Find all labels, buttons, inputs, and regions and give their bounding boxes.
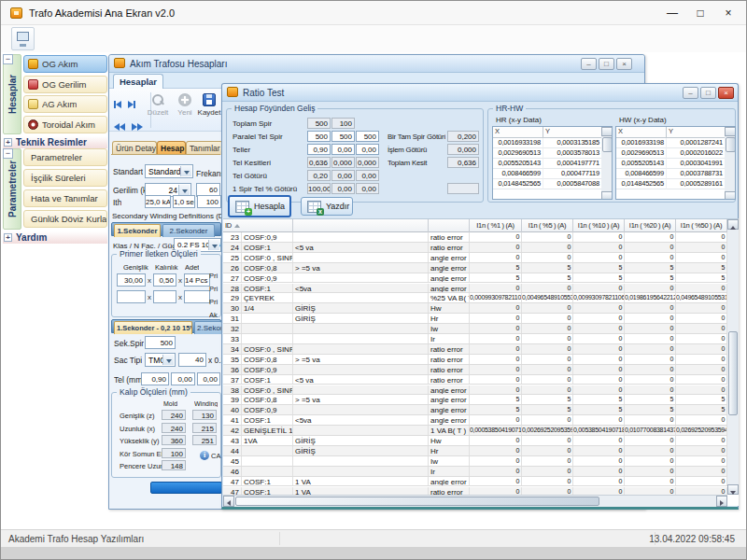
hw-x-value[interactable]: 0,0148452565 [616,179,666,189]
grid-cell[interactable]: 5 [470,263,522,273]
field-1-spir-tel-g-t-r-1[interactable]: 0,00 [331,183,355,194]
grid-cell[interactable]: 0 [522,477,573,486]
grid-cell[interactable]: Hr [429,314,470,323]
grid-cell[interactable]: 0 [522,487,573,496]
primer-adet-field[interactable]: 14 Pcs [184,273,210,287]
grid-cell[interactable]: 0 [676,375,727,385]
grid-cell[interactable]: 0 [522,415,573,425]
table-row[interactable]: 27COSF:0,9angle error55555 [223,273,727,284]
row-id-cell[interactable]: 34 [223,344,242,354]
calc-action-button[interactable] [150,482,222,494]
grid-cell[interactable]: 0 [625,253,676,262]
grid-cell[interactable]: 1/4 [242,303,293,313]
grid-cell[interactable]: 0 [625,243,676,252]
grid-cell[interactable]: 0,01077008381437 [625,426,676,435]
field-paralel-tel-spir-2[interactable]: 500 [356,131,379,142]
hw-y-value[interactable]: 0,0001287241 [666,138,725,148]
table-row[interactable]: 34COSF:0 , SINFI:1ratio error00000 [223,344,727,355]
grid-cell[interactable]: ÇEYREK [242,293,293,302]
row-id-cell[interactable]: 24 [223,243,242,252]
grid-cell[interactable]: angle error [429,405,470,414]
kalip-winding-field[interactable]: 251 [192,435,217,445]
grid-cell[interactable]: > =5 va [293,355,429,364]
table-row[interactable]: 431VAGİRİŞHw00000 [223,436,727,446]
row-id-cell[interactable]: 47 [223,487,242,496]
grid-cell[interactable]: 0 [573,334,625,343]
sekspir-field[interactable]: 500 [145,336,176,349]
row-id-cell[interactable]: 28 [223,284,242,293]
grid-cell[interactable]: 0,00269252095359 [522,426,573,435]
hw-x-value[interactable]: 0,0055205143 [616,159,666,169]
grid-cell[interactable]: 5 [573,395,625,404]
hr-x-value[interactable]: 0,0148452565 [493,179,543,189]
grid-cell[interactable]: 5 [522,263,573,273]
grid-cell[interactable]: 0 [470,243,522,252]
table-row[interactable]: 29ÇEYREK%25 VA B( T )0,000993097821100,0… [223,293,727,303]
grid-cell[interactable]: ratio error [429,487,470,496]
grid-cell[interactable]: 0 [522,324,573,333]
grid-cell[interactable]: 0 [470,365,522,374]
grid-cell[interactable]: COSF:0 , SINFI:1 [242,385,293,395]
scrollbar-thumb[interactable] [728,331,738,415]
grid-header-blank[interactable] [429,219,470,232]
row-id-cell[interactable]: 39 [223,395,242,404]
primer-genislik-field[interactable]: 30,00 [117,273,146,287]
field-tel-g-t-r-0[interactable]: 0,20 [307,170,331,181]
sactipi-select[interactable]: TMOH [145,353,176,367]
collapse-icon[interactable]: − [3,54,13,64]
grid-cell[interactable]: 5 [676,263,727,273]
grid-cell[interactable]: 0 [676,446,727,455]
grid-header-i1n-1-a[interactable]: I1n ( %1 ) (A) [470,219,522,232]
grid-cell[interactable]: <5va [293,415,429,425]
grid-cell[interactable]: 0 [470,253,522,262]
grid-cell[interactable]: 0 [522,467,573,476]
grid-cell[interactable]: 0,00538504190718 [573,426,625,435]
grid-cell[interactable]: 5 [573,273,625,283]
grid-cell[interactable]: ratio error [429,243,470,252]
grid-cell[interactable]: 0 [676,436,727,445]
grid-cell[interactable]: 5 [470,395,522,404]
grid-cell[interactable]: COSF:0 , SINFI:1 [242,253,293,262]
table-row[interactable]: 28COSF:1<5vaangle error00000 [223,284,727,294]
grid-cell[interactable] [242,446,293,455]
kalip-mold-field[interactable]: 148 [162,460,186,470]
field-paralel-tel-spir-1[interactable]: 500 [331,131,355,142]
table-row[interactable]: 36COSF:0,9ratio error00000 [223,365,727,375]
kalip-winding-field[interactable]: 130 [192,410,217,420]
chevron-down-icon[interactable] [178,185,190,195]
sidebar-item-hata-ve-tan-mlar[interactable]: Hata ve Tanımlar [23,189,107,207]
grid-cell[interactable]: 0 [522,436,573,445]
sidebar-header-teknik-resimler[interactable]: + Teknik Resimler [3,136,107,148]
table-row[interactable]: 42GENİŞLETİL 1VA1 VA B( T )0,00053850419… [223,426,727,436]
expand-icon[interactable]: + [4,138,12,147]
kalip-mold-field[interactable]: 240 [162,410,186,420]
sidebar-item-ag-ak-m[interactable]: AG Akım [23,95,107,113]
grid-cell[interactable]: 0 [470,436,522,445]
grid-cell[interactable] [293,293,429,302]
grid-cell[interactable]: ratio error [429,375,470,385]
grid-cell[interactable]: 0 [573,385,625,395]
hr-x-value[interactable]: 0,0055205143 [493,159,543,169]
grid-cell[interactable]: 0 [676,334,727,343]
grid-cell[interactable]: 0 [470,334,522,343]
grid-cell[interactable]: 0 [676,253,727,262]
table-row[interactable]: 24COSF:1<5 varatio error00000 [223,243,727,253]
grid-cell[interactable]: 0 [676,284,727,293]
grid-cell[interactable]: GİRİŞ [293,436,429,445]
grid-cell[interactable]: 0 [522,385,573,395]
hw-y-value[interactable]: 0,0002016022 [666,148,725,159]
grid-cell[interactable]: 0 [470,303,522,313]
grid-cell[interactable]: 0,01986195642212 [625,293,676,302]
grid-cell[interactable]: angle error [429,263,470,273]
scroll-down-icon[interactable] [601,191,613,200]
grid-cell[interactable]: 0 [522,314,573,323]
table-row[interactable]: 44GİRİŞHr00000 [223,446,727,456]
close-icon[interactable]: × [616,58,632,70]
grid-cell[interactable]: angle error [429,415,470,425]
grid-cell[interactable] [293,405,429,414]
sidebar-item-og-gerilim[interactable]: OG Gerilim [23,76,107,93]
grid-cell[interactable] [293,365,429,374]
grid-cell[interactable]: 0 [676,344,727,354]
grid-cell[interactable]: 5 [522,405,573,414]
grid-cell[interactable]: 0 [470,284,522,293]
